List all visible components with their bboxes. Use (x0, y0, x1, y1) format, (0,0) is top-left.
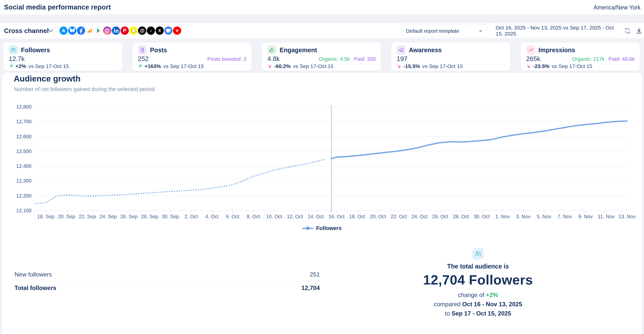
svg-text:12,600: 12,600 (16, 134, 32, 139)
kpi-trend-value: -23.5% (533, 63, 550, 69)
kpi-trend: +2% vs Sep 17-Oct 15 (9, 63, 69, 69)
svg-text:12,100: 12,100 (16, 208, 32, 213)
audience-growth-chart: 12,10012,20012,30012,40012,50012,60012,7… (5, 104, 639, 221)
kpi-label: Posts (150, 47, 167, 54)
kpi-trend-vs: vs Sep 17-Oct 15 (163, 63, 204, 69)
svg-text:12,300: 12,300 (16, 178, 32, 184)
kpi-label: Followers (21, 47, 50, 54)
kpi-label: Awareness (409, 47, 442, 54)
kpi-label: Engagement (280, 47, 317, 54)
row-value: 251 (310, 271, 320, 278)
svg-text:30. Oct: 30. Oct (474, 214, 490, 219)
svg-text:18. Sep: 18. Sep (37, 214, 54, 219)
svg-text:6. Oct: 6. Oct (226, 214, 240, 219)
svg-text:16. Oct: 16. Oct (328, 214, 345, 219)
users-icon (472, 248, 484, 259)
file-icon (138, 46, 147, 55)
svg-text:14. Oct: 14. Oct (308, 214, 324, 219)
svg-text:12,500: 12,500 (16, 148, 32, 154)
report-template-select[interactable]: Default report template (401, 24, 487, 37)
trend-up-arrow-icon (9, 64, 13, 69)
kpi-extras: Organic: 217kPaid: 48.6k (572, 56, 635, 62)
kpi-extra: Organic: 4.5k (318, 56, 350, 62)
svg-text:8. Oct: 8. Oct (246, 214, 260, 219)
date-range-button[interactable]: Oct 16, 2025 - Nov 13, 2025 vs Sep 17, 2… (496, 24, 614, 37)
instagram-channel-icon[interactable] (103, 27, 111, 35)
svg-text:18. Oct: 18. Oct (349, 214, 366, 219)
svg-text:3. Nov: 3. Nov (516, 214, 530, 219)
svg-text:24. Sep: 24. Sep (100, 214, 117, 219)
kpi-trend-vs: vs Sep 17-Oct 15 (28, 63, 69, 69)
chevron-down-icon[interactable] (48, 29, 54, 34)
svg-text:12,200: 12,200 (16, 193, 32, 199)
kpi-extra: Posts boosted: 2 (208, 56, 246, 62)
kpi-card-posts: Posts 252 Posts boosted: 2 +163% vs Sep … (132, 43, 251, 71)
svg-text:10. Oct: 10. Oct (266, 214, 282, 219)
bluesky-channel-icon[interactable] (68, 27, 76, 35)
svg-text:12,400: 12,400 (16, 163, 32, 169)
table-row-new-followers: New followers 251 (14, 268, 320, 281)
pinterest-channel-icon[interactable]: P (120, 27, 129, 35)
row-value: 12,704 (302, 284, 320, 291)
kpi-trend-value: +163% (144, 63, 161, 69)
kpi-trend: -23.5% vs Sep 17-Oct 15 (526, 63, 592, 69)
facebook-channel-icon[interactable] (77, 27, 85, 35)
svg-text:7. Nov: 7. Nov (558, 214, 572, 219)
report-template-value: Default report template (406, 28, 459, 34)
row-label: Total followers (14, 284, 56, 291)
refresh-button[interactable] (624, 27, 631, 34)
kpi-extra: Paid: 48.6k (608, 56, 635, 62)
kpi-trend-vs: vs Sep 17-Oct 15 (293, 63, 334, 69)
svg-text:1. Nov: 1. Nov (495, 214, 510, 219)
svg-text:26. Oct: 26. Oct (432, 214, 448, 219)
kpi-extras: Organic: 4.5kPaid: 305 (318, 56, 376, 62)
kpi-card-awareness: Awareness 197 -15.5% vs Sep 17-Oct 15 (391, 43, 510, 71)
kpi-value: 12.7k (9, 55, 25, 63)
megaphone-icon (397, 46, 406, 55)
kpi-trend-vs: vs Sep 17-Oct 15 (422, 63, 463, 69)
kpi-value: 197 (397, 55, 407, 63)
row-label: New followers (14, 271, 52, 278)
thumb-up-icon (267, 46, 276, 55)
summary-compare-line2: to Sep 17 - Oct 15, 2025 (391, 310, 565, 317)
kpi-trend: -60.2% vs Sep 17-Oct 15 (267, 63, 334, 69)
audience-summary: The total audience is 12,704 Followers c… (391, 248, 565, 317)
summary-headline: 12,704 Followers (391, 272, 565, 287)
app-store-channel-icon[interactable]: A (60, 27, 68, 35)
page-title: Social media performance report (4, 4, 111, 11)
youtube-channel-icon[interactable] (173, 27, 181, 35)
svg-text:24. Oct: 24. Oct (411, 214, 428, 219)
google-business-channel-icon[interactable] (164, 27, 172, 35)
download-button[interactable] (636, 27, 642, 34)
x-channel-icon[interactable]: X (156, 27, 164, 35)
summary-change: change of +2% (391, 291, 565, 298)
summary-heading: The total audience is (391, 263, 565, 270)
svg-text:20. Sep: 20. Sep (58, 214, 75, 219)
tiktok-channel-icon[interactable]: ♪ (147, 27, 155, 35)
report-page: Social media performance report America/… (0, 0, 644, 334)
trend-up-arrow-icon (138, 64, 142, 69)
kpi-trend-value: -15.5% (403, 63, 420, 69)
legend-label[interactable]: Followers (316, 225, 342, 232)
date-range-value: Oct 16, 2025 - Nov 13, 2025 vs Sep 17, 2… (496, 25, 614, 37)
header-bar: Social media performance report America/… (0, 0, 644, 14)
svg-text:30. Sep: 30. Sep (162, 214, 179, 219)
threads-channel-icon[interactable]: @ (138, 27, 146, 35)
trend-down-arrow-icon (267, 64, 272, 69)
channel-selector[interactable]: Cross channel (4, 27, 49, 35)
snapchat-channel-icon[interactable] (129, 27, 138, 35)
kpi-value: 4.8k (267, 55, 280, 63)
google-play-channel-icon[interactable] (94, 27, 102, 35)
svg-text:22. Oct: 22. Oct (391, 214, 407, 219)
chart-legend: Followers (2, 225, 642, 232)
svg-text:28. Oct: 28. Oct (453, 214, 469, 219)
svg-text:13. Nov: 13. Nov (618, 214, 636, 219)
kpi-extra: Paid: 305 (354, 56, 376, 62)
svg-text:11. Nov: 11. Nov (598, 214, 614, 219)
trend-down-arrow-icon (526, 64, 531, 69)
linkedin-channel-icon[interactable] (112, 27, 120, 35)
google-analytics-channel-icon[interactable] (86, 27, 94, 35)
users-icon (9, 46, 18, 55)
channel-icon-list: AP@♪X (60, 27, 181, 35)
kpi-trend-value: +2% (16, 63, 26, 69)
